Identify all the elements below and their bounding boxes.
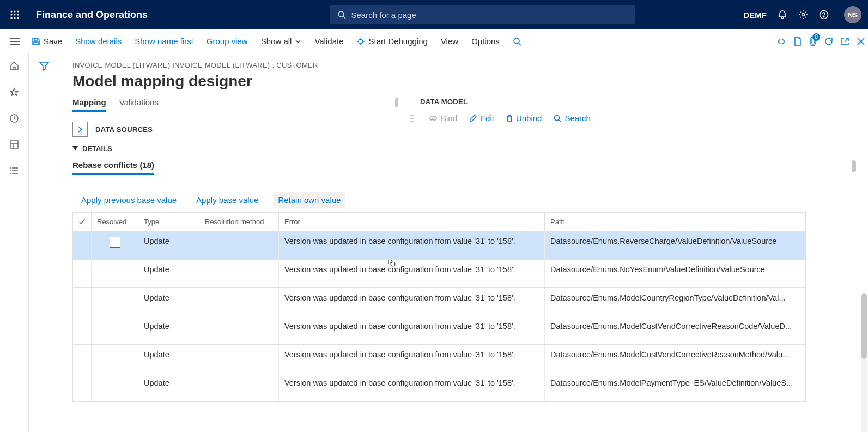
- cell-resolved[interactable]: [92, 288, 138, 316]
- search-button[interactable]: Search: [554, 113, 591, 123]
- workspaces-icon[interactable]: [9, 140, 19, 152]
- global-header: Finance and Operations Search for a page…: [0, 0, 868, 29]
- cell-resolution-method: [199, 288, 279, 316]
- start-debugging-button[interactable]: Start Debugging: [350, 29, 434, 53]
- connect-icon[interactable]: [776, 38, 786, 45]
- cell-resolved[interactable]: [92, 231, 138, 259]
- conflicts-table: Resolved Type Resolution method Error Pa…: [72, 212, 806, 402]
- svg-point-2: [17, 10, 19, 12]
- svg-line-33: [559, 120, 561, 122]
- settings-icon[interactable]: [798, 10, 808, 20]
- vertical-splitter[interactable]: [395, 98, 398, 107]
- refresh-icon[interactable]: [824, 37, 833, 46]
- col-type[interactable]: Type: [138, 213, 199, 231]
- checkbox[interactable]: [110, 237, 120, 248]
- details-toggle[interactable]: DETAILS: [72, 145, 399, 153]
- unbind-button[interactable]: Unbind: [506, 113, 542, 123]
- table-row[interactable]: UpdateVersion was updated in base config…: [73, 260, 805, 288]
- svg-rect-23: [10, 141, 18, 148]
- save-button[interactable]: Save: [25, 29, 69, 53]
- table-row[interactable]: UpdateVersion was updated in base config…: [73, 231, 805, 260]
- app-title: Finance and Operations: [36, 9, 148, 21]
- favorites-icon[interactable]: [9, 87, 19, 99]
- cell-resolution-method: [199, 345, 279, 373]
- close-icon[interactable]: [857, 38, 865, 45]
- search-placeholder: Search for a page: [351, 10, 416, 20]
- col-path[interactable]: Path: [545, 213, 805, 231]
- table-row[interactable]: UpdateVersion was updated in base config…: [73, 373, 805, 401]
- show-name-first-button[interactable]: Show name first: [128, 29, 200, 53]
- svg-point-4: [14, 14, 15, 15]
- table-row[interactable]: UpdateVersion was updated in base config…: [73, 288, 805, 316]
- retain-own-value-button[interactable]: Retain own value: [274, 192, 345, 208]
- global-search[interactable]: Search for a page: [330, 5, 635, 24]
- options-menu[interactable]: Options: [465, 29, 506, 53]
- left-nav-rail: [0, 53, 29, 432]
- filter-icon[interactable]: [39, 61, 50, 432]
- debug-icon: [356, 37, 365, 46]
- search-icon: [554, 115, 561, 122]
- show-details-button[interactable]: Show details: [69, 29, 128, 53]
- svg-point-8: [17, 17, 19, 19]
- view-menu[interactable]: View: [434, 29, 465, 53]
- search-icon: [337, 10, 346, 19]
- tab-mapping[interactable]: Mapping: [72, 98, 106, 112]
- scrollbar-thumb[interactable]: [861, 293, 867, 359]
- help-icon[interactable]: [819, 10, 829, 20]
- home-icon[interactable]: [9, 61, 19, 73]
- attachments-badge: 0: [812, 33, 820, 41]
- col-error[interactable]: Error: [279, 213, 545, 231]
- cell-resolved[interactable]: [92, 260, 138, 287]
- svg-point-6: [10, 17, 12, 19]
- link-icon: [429, 115, 438, 122]
- edit-button[interactable]: Edit: [469, 113, 494, 123]
- tab-validations[interactable]: Validations: [119, 98, 159, 112]
- right-splitter[interactable]: [852, 160, 856, 172]
- tab-rebase-conflicts[interactable]: Rebase conflicts (18): [72, 160, 154, 175]
- notifications-icon[interactable]: [778, 10, 787, 20]
- grip-icon[interactable]: [410, 115, 414, 122]
- group-view-button[interactable]: Group view: [200, 29, 254, 53]
- cell-resolved[interactable]: [92, 345, 138, 373]
- user-avatar[interactable]: NS: [844, 6, 861, 23]
- row-selector[interactable]: [73, 316, 92, 344]
- validate-button[interactable]: Validate: [308, 29, 350, 53]
- cell-resolved[interactable]: [92, 373, 138, 401]
- app-launcher-icon[interactable]: [7, 7, 23, 23]
- row-selector[interactable]: [73, 345, 92, 373]
- row-selector[interactable]: [73, 260, 92, 287]
- modules-icon[interactable]: [9, 166, 19, 178]
- cell-resolution-method: [199, 373, 279, 401]
- select-all-checkbox[interactable]: [73, 213, 92, 231]
- table-row[interactable]: UpdateVersion was updated in base config…: [73, 345, 805, 373]
- cell-resolution-method: [199, 316, 279, 344]
- legal-entity[interactable]: DEMF: [744, 10, 767, 20]
- caret-down-icon: [72, 146, 78, 152]
- row-selector[interactable]: [73, 231, 92, 259]
- row-selector[interactable]: [73, 288, 92, 316]
- svg-point-1: [14, 10, 15, 12]
- apply-previous-base-value-button[interactable]: Apply previous base value: [77, 192, 181, 208]
- show-all-dropdown[interactable]: Show all: [254, 29, 308, 53]
- col-resolution-method[interactable]: Resolution method: [199, 213, 279, 231]
- row-selector[interactable]: [73, 373, 92, 401]
- cell-error: Version was updated in base configuratio…: [279, 288, 545, 316]
- cmd-search-icon[interactable]: [506, 29, 528, 53]
- svg-point-32: [555, 115, 560, 120]
- col-resolved[interactable]: Resolved: [92, 213, 138, 231]
- svg-point-17: [359, 39, 363, 44]
- document-icon[interactable]: [794, 37, 802, 46]
- attachments-icon[interactable]: 0: [809, 37, 817, 46]
- expand-data-sources-icon[interactable]: [72, 122, 88, 137]
- cell-path: Datasource/Enums.ModelPaymentType_ES/Val…: [545, 373, 805, 401]
- vertical-scrollbar[interactable]: [861, 293, 867, 432]
- popout-icon[interactable]: [841, 37, 849, 46]
- svg-point-11: [802, 14, 805, 16]
- apply-base-value-button[interactable]: Apply base value: [192, 192, 263, 208]
- cell-path: Datasource/Enums.ReverseCharge/ValueDefi…: [545, 231, 805, 259]
- svg-point-7: [14, 17, 15, 19]
- table-row[interactable]: UpdateVersion was updated in base config…: [73, 316, 805, 345]
- nav-toggle-icon[interactable]: [4, 38, 25, 45]
- cell-resolved[interactable]: [92, 316, 138, 344]
- recent-icon[interactable]: [9, 113, 19, 125]
